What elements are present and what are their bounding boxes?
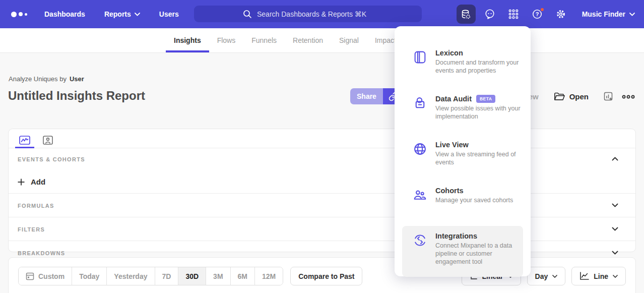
project-name: Music Finder (582, 10, 625, 18)
nav-item-reports[interactable]: Reports (104, 10, 140, 18)
menu-item-title: Data Audit BETA (435, 95, 524, 103)
cohorts-people-icon (413, 187, 427, 212)
open-report-button[interactable]: Open (554, 92, 589, 101)
interval-dropdown[interactable]: Day (527, 267, 566, 285)
live-view-globe-icon (413, 141, 427, 166)
notification-dot (540, 7, 545, 12)
nav-label: Dashboards (44, 10, 85, 18)
data-audit-lock-icon (413, 95, 427, 121)
search-input[interactable] (257, 10, 373, 18)
menu-item-title: Integrations (435, 232, 524, 240)
nav-label: Users (159, 10, 179, 18)
data-management-icon[interactable] (457, 5, 476, 24)
chevron-down-icon[interactable] (612, 203, 618, 207)
app-window: Dashboards Reports Users (0, 0, 644, 293)
lexicon-book-icon (413, 49, 427, 75)
tab-insights[interactable]: Insights (166, 28, 209, 52)
nav-right-group: ? Music Finder (457, 0, 635, 28)
chevron-down-icon (552, 275, 557, 278)
apps-grid-icon[interactable] (504, 5, 523, 24)
insights-chart-icon (19, 136, 30, 145)
menu-item-title-text: Data Audit (435, 95, 472, 103)
menu-item-integrations[interactable]: Integrations Connect Mixpanel to a data … (402, 226, 523, 277)
menu-item-title: Lexicon (435, 49, 524, 57)
menu-item-description: Connect Mixpanel to a data pipeline or c… (435, 242, 524, 266)
report-tabbar: Insights Flows Funnels Retention Signal … (0, 28, 644, 53)
profiles-view-tab[interactable] (39, 133, 56, 148)
chevron-down-icon (613, 275, 618, 278)
menu-item-description: View possible issues with your implement… (435, 104, 524, 121)
events-cohorts-header: EVENTS & COHORTS (18, 156, 85, 162)
nav-item-users[interactable]: Users (159, 10, 179, 18)
add-to-board-icon[interactable] (604, 92, 614, 102)
menu-item-description: Document and transform your events and p… (435, 58, 524, 75)
report-subtitle: Analyze Uniques byUser (9, 75, 84, 83)
chevron-down-icon (135, 13, 140, 16)
header-actions: New Open (523, 88, 636, 105)
tab-flows[interactable]: Flows (209, 28, 244, 52)
add-label: Add (31, 178, 45, 186)
chart-type-dropdown[interactable]: Line (571, 267, 626, 285)
subtitle-entity[interactable]: User (70, 75, 84, 83)
folder-icon (554, 92, 565, 101)
share-button[interactable]: Share (350, 88, 383, 104)
settings-gear-icon[interactable] (551, 5, 570, 24)
line-chart-icon (579, 272, 589, 280)
range-7d-button[interactable]: 7D (155, 267, 179, 285)
range-12m-button[interactable]: 12M (255, 267, 283, 285)
range-today-button[interactable]: Today (72, 267, 107, 285)
breakdowns-header: BREAKDOWNS (18, 250, 65, 256)
chevron-up-icon[interactable] (612, 157, 618, 161)
menu-item-description: View a live streaming feed of events (435, 150, 524, 166)
chart-toolbar-card: Custom Today Yesterday 7D 30D 3M 6M 12M … (8, 257, 636, 293)
tab-funnels[interactable]: Funnels (243, 28, 285, 52)
menu-item-lexicon[interactable]: Lexicon Document and transform your even… (402, 43, 523, 81)
top-nav: Dashboards Reports Users (0, 0, 644, 28)
chevron-down-icon[interactable] (612, 227, 618, 231)
menu-item-data-audit[interactable]: Data Audit BETA View possible issues wit… (402, 89, 523, 127)
filters-header: FILTERS (18, 226, 45, 232)
global-search[interactable] (194, 6, 422, 22)
menu-item-live-view[interactable]: Live View View a live streaming feed of … (402, 135, 523, 172)
range-30d-button[interactable]: 30D (178, 267, 206, 285)
menu-item-title: Live View (435, 141, 524, 149)
messages-icon[interactable] (480, 5, 499, 24)
calendar-icon (26, 272, 34, 280)
date-range-segmented-control: Custom Today Yesterday 7D 30D 3M 6M 12M (18, 267, 283, 285)
page-title[interactable]: Untitled Insights Report (8, 89, 145, 103)
svg-text:?: ? (535, 11, 539, 17)
user-profile-icon (43, 136, 53, 145)
events-cohorts-section: EVENTS & COHORTS Add (9, 148, 635, 194)
builder-icon-tabs (9, 129, 635, 148)
compare-to-past-button[interactable]: Compare to Past (290, 267, 362, 285)
range-custom-button[interactable]: Custom (19, 267, 72, 285)
menu-item-title: Cohorts (435, 187, 524, 195)
project-switcher[interactable]: Music Finder (582, 10, 635, 18)
filters-section[interactable]: FILTERS (9, 217, 635, 241)
range-6m-button[interactable]: 6M (231, 267, 255, 285)
more-options-icon[interactable] (622, 95, 635, 99)
add-event-button[interactable]: Add (18, 178, 58, 186)
query-builder-card: EVENTS & COHORTS Add FORMULAS FILTERS (8, 129, 636, 252)
mixpanel-logo-icon[interactable] (11, 12, 27, 17)
range-3m-button[interactable]: 3M (206, 267, 230, 285)
nav-label: Reports (104, 10, 131, 18)
chevron-down-icon (629, 13, 635, 16)
integrations-sync-icon (413, 232, 427, 271)
range-label: Custom (38, 272, 65, 280)
open-label: Open (569, 92, 589, 101)
chevron-down-icon[interactable] (612, 251, 618, 255)
tab-retention[interactable]: Retention (285, 28, 331, 52)
menu-item-cohorts[interactable]: Cohorts Manage your saved cohorts (402, 181, 523, 218)
beta-badge: BETA (476, 95, 496, 103)
formulas-header: FORMULAS (18, 203, 54, 209)
formulas-section[interactable]: FORMULAS (9, 194, 635, 217)
events-view-tab[interactable] (16, 133, 33, 148)
tab-signal[interactable]: Signal (331, 28, 367, 52)
nav-item-dashboards[interactable]: Dashboards (44, 10, 85, 18)
search-icon (243, 10, 252, 19)
range-yesterday-button[interactable]: Yesterday (107, 267, 155, 285)
chart-type-label: Line (594, 272, 608, 280)
interval-label: Day (535, 272, 548, 280)
help-icon[interactable]: ? (528, 5, 547, 24)
